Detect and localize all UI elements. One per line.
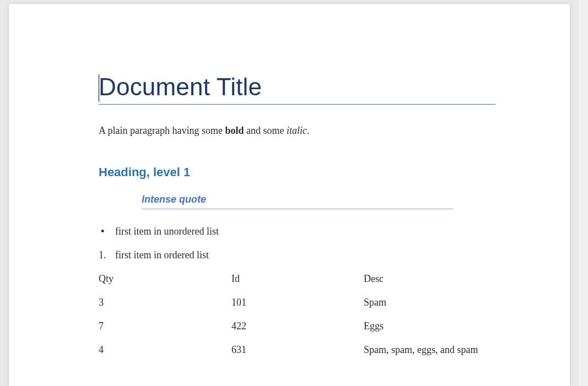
cell-id: 422: [231, 320, 364, 332]
paragraph-bold: bold: [225, 125, 244, 136]
ol-marker: 1.: [99, 249, 106, 261]
ul-item-text: first item in unordered list: [115, 226, 219, 237]
header-qty: Qty: [99, 273, 231, 285]
cell-desc: Spam, spam, eggs, and spam: [364, 344, 495, 356]
paragraph-text-mid: and some: [244, 125, 286, 136]
ordered-list-item[interactable]: 1. first item in ordered list: [99, 249, 488, 261]
title-text: Document Title: [99, 73, 262, 100]
cell-qty: 7: [99, 320, 231, 332]
table-row[interactable]: 7 422 Eggs: [99, 320, 495, 332]
header-desc: Desc: [364, 273, 495, 285]
header-id: Id: [231, 273, 364, 285]
table-row[interactable]: 4 631 Spam, spam, eggs, and spam: [99, 344, 495, 356]
paragraph-text-post: .: [307, 125, 310, 136]
paragraph-italic: italic: [287, 125, 307, 136]
table-header-row[interactable]: Qty Id Desc: [99, 273, 495, 285]
paragraph-text-pre: A plain paragraph having some: [99, 125, 225, 136]
cell-id: 101: [231, 297, 364, 308]
quote-text: Intense quote: [142, 194, 206, 205]
table-row[interactable]: 3 101 Spam: [99, 297, 495, 308]
ol-item-text: first item in ordered list: [115, 249, 209, 260]
cell-desc: Spam: [364, 297, 495, 308]
document-page[interactable]: Document Title A plain paragraph having …: [9, 4, 570, 386]
data-table[interactable]: Qty Id Desc 3 101 Spam 7 422 Eggs 4 631 …: [99, 273, 495, 356]
cell-qty: 3: [99, 297, 231, 308]
intense-quote-block[interactable]: Intense quote: [142, 194, 454, 209]
cell-qty: 4: [99, 344, 231, 356]
heading-level-1[interactable]: Heading, level 1: [99, 165, 488, 180]
heading-text: Heading, level 1: [99, 165, 190, 179]
body-paragraph[interactable]: A plain paragraph having some bold and s…: [99, 123, 488, 138]
cell-desc: Eggs: [364, 320, 495, 332]
text-cursor: [99, 74, 99, 102]
vertical-scrollbar[interactable]: [579, 0, 588, 386]
document-title[interactable]: Document Title: [99, 73, 495, 105]
cell-id: 631: [231, 344, 364, 356]
unordered-list-item[interactable]: • first item in unordered list: [99, 226, 488, 237]
bullet-icon: •: [101, 226, 104, 237]
